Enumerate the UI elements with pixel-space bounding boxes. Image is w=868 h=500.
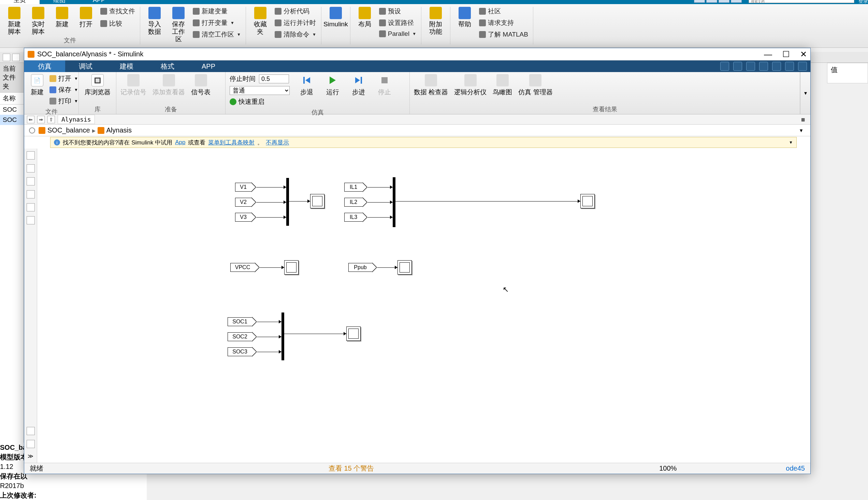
path-fwd-icon[interactable] — [12, 54, 20, 61]
new-livescript-button[interactable]: 实时脚本 — [29, 7, 48, 35]
set-path-button[interactable]: 设置路径 — [379, 19, 416, 27]
block-mux-il[interactable] — [393, 177, 396, 227]
status-warnings-link[interactable]: 查看 15 个警告 — [329, 464, 374, 473]
block-from-soc2[interactable]: SOC2 — [227, 332, 252, 341]
info-link-mapping[interactable]: 菜单到工具条映射 — [208, 139, 255, 147]
block-scope-soc[interactable] — [346, 327, 361, 341]
nav-fwd-icon[interactable]: ⇒ — [37, 116, 45, 123]
fast-restart-button[interactable]: 快速重启 — [230, 97, 290, 106]
status-solver[interactable]: ode45 — [786, 465, 805, 472]
arrow-icon[interactable] — [27, 177, 35, 185]
breadcrumb-dropdown-icon[interactable]: ▼ — [799, 128, 807, 133]
community-button[interactable]: 社区 — [479, 7, 528, 16]
ribbon-expand-icon[interactable]: ▾ — [800, 72, 810, 114]
run-and-time-button[interactable]: 运行并计时 — [275, 19, 316, 27]
tab-modeling[interactable]: 建模 — [106, 60, 147, 72]
save-quick-icon[interactable] — [720, 62, 729, 71]
max-icon[interactable] — [706, 0, 717, 3]
help-dropdown-icon[interactable] — [785, 62, 794, 71]
block-from-vpcc[interactable]: VPCC — [230, 263, 255, 272]
name-column[interactable]: 名称 — [0, 93, 24, 104]
nav-back-icon[interactable]: ⇐ — [27, 116, 34, 123]
undo-icon[interactable] — [733, 62, 742, 71]
gear-icon[interactable] — [798, 62, 807, 71]
open-variable-button[interactable]: 打开变量▼ — [193, 19, 241, 27]
sim-new-button[interactable]: 📄 新建 — [28, 74, 46, 107]
signal-table-button[interactable]: 信号表 — [191, 74, 211, 96]
logic-analyzer-button[interactable]: 逻辑分析仪 — [454, 74, 486, 96]
new-button[interactable]: 新建 — [52, 7, 72, 35]
run-button[interactable]: 运行 — [324, 74, 341, 96]
file-item[interactable]: SOC — [0, 115, 24, 125]
open-button[interactable]: 打开 — [77, 7, 95, 35]
sim-mode-select[interactable]: 普通 — [230, 86, 290, 95]
birdseye-button[interactable]: 鸟瞰图 — [493, 74, 512, 96]
import-data-button[interactable]: 导入 数据 — [145, 7, 164, 43]
tab-app[interactable]: APP — [188, 60, 229, 72]
area-icon[interactable] — [27, 190, 35, 198]
help-icon[interactable] — [718, 0, 729, 3]
find-files-button[interactable]: 查找文件 — [100, 7, 135, 16]
clear-workspace-button[interactable]: 清空工作区▼ — [193, 30, 241, 39]
tab-debug[interactable]: 调试 — [65, 60, 106, 72]
step-back-button[interactable]: 步退 — [298, 74, 316, 96]
block-from-v1[interactable]: V1 — [235, 183, 251, 192]
block-from-v2[interactable]: V2 — [235, 198, 251, 207]
library-browser-button[interactable]: 🔲 库浏览器 — [83, 74, 112, 96]
clear-commands-button[interactable]: 清除命令▼ — [275, 30, 316, 39]
block-scope-vpcc[interactable] — [284, 260, 298, 275]
new-script-button[interactable]: 新建 脚本 — [5, 7, 24, 35]
save-workspace-button[interactable]: 保存 工作区 — [169, 7, 188, 43]
nav-up-icon[interactable]: ⇧ — [47, 116, 55, 123]
matlab-tab-app[interactable]: APP — [79, 0, 119, 4]
matlab-tab-plot[interactable]: 绘图 — [39, 0, 79, 4]
sim-manager-button[interactable]: 仿真 管理器 — [518, 74, 552, 96]
close-icon[interactable]: ✕ — [800, 49, 807, 59]
block-scope-v[interactable] — [310, 194, 325, 208]
preferences-button[interactable]: 预设 — [379, 7, 416, 16]
block-from-soc1[interactable]: SOC1 — [227, 317, 252, 326]
box-icon[interactable] — [27, 216, 35, 224]
maximize-icon[interactable]: ☐ — [782, 49, 790, 59]
layout-button[interactable]: 布局 — [355, 7, 374, 39]
redo-icon[interactable] — [746, 62, 755, 71]
favorites-button[interactable]: 收藏夹 — [251, 7, 270, 40]
minimize-icon[interactable]: — — [764, 49, 772, 59]
matlab-search-input[interactable] — [749, 0, 854, 3]
block-mux-soc[interactable] — [281, 312, 284, 360]
path-back-icon[interactable] — [3, 54, 10, 61]
block-scope-ppub[interactable] — [398, 260, 412, 275]
min-icon[interactable] — [694, 0, 705, 3]
info-dropdown-icon[interactable]: ▼ — [789, 140, 793, 145]
parallel-button[interactable]: Parallel▼ — [379, 30, 416, 37]
sim-print-button[interactable]: 打印▼ — [49, 96, 78, 105]
palette-expand-icon[interactable]: ≫ — [28, 453, 33, 459]
simulink-canvas[interactable]: V1 V2 V3 IL1 IL2 IL3 VPCC Ppub — [37, 149, 810, 463]
info-link-app[interactable]: App — [175, 139, 185, 146]
image-icon[interactable] — [27, 203, 35, 212]
learn-matlab-button[interactable]: 了解 MATLAB — [479, 30, 528, 39]
zoom-icon[interactable] — [27, 151, 35, 159]
block-from-ppub[interactable]: Ppub — [348, 263, 372, 272]
block-from-v3[interactable]: V3 — [235, 213, 251, 221]
block-mux-v[interactable] — [286, 178, 289, 226]
nav-collapse-icon[interactable]: ▦ — [801, 117, 808, 122]
simulink-titlebar[interactable]: SOC_balance/Alynasis * - Simulink — ☐ ✕ — [24, 48, 810, 60]
model-ref-icon[interactable] — [27, 440, 35, 448]
close-icon[interactable] — [731, 0, 742, 3]
compare-button[interactable]: 比较 — [100, 19, 135, 28]
analyze-code-button[interactable]: 分析代码 — [275, 7, 316, 16]
sim-save-button[interactable]: 保存▼ — [49, 86, 78, 94]
simulink-button[interactable]: Simulink — [326, 7, 345, 28]
block-from-soc3[interactable]: SOC3 — [227, 347, 252, 356]
block-from-il3[interactable]: IL3 — [344, 213, 363, 221]
model-settings-icon[interactable] — [28, 127, 36, 134]
status-zoom[interactable]: 100% — [659, 465, 677, 472]
tab-format[interactable]: 格式 — [147, 60, 188, 72]
step-forward-button[interactable]: 步进 — [350, 74, 367, 96]
block-from-il2[interactable]: IL2 — [344, 198, 363, 207]
stop-time-input[interactable] — [259, 75, 289, 83]
help-button[interactable]: 帮助 — [455, 7, 474, 40]
fit-icon[interactable] — [27, 164, 35, 172]
subsystem-icon[interactable] — [27, 427, 35, 435]
